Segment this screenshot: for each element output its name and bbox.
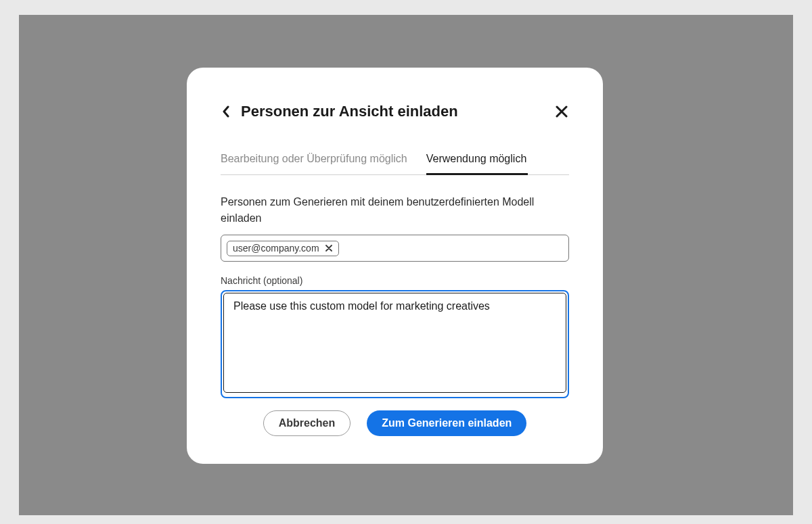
cancel-button[interactable]: Abbrechen: [263, 410, 351, 436]
email-input[interactable]: user@company.com: [221, 235, 569, 262]
tab-use[interactable]: Verwendung möglich: [426, 153, 527, 174]
chip-remove-button[interactable]: [325, 244, 333, 252]
tabs: Bearbeitung oder Überprüfung möglich Ver…: [221, 153, 569, 175]
button-row: Abbrechen Zum Generieren einladen: [221, 410, 569, 436]
message-textarea[interactable]: [223, 293, 566, 393]
dialog-title: Personen zur Ansicht einladen: [241, 103, 458, 120]
email-chip: user@company.com: [227, 241, 339, 256]
message-focus-ring: [221, 290, 569, 398]
message-label: Nachricht (optional): [221, 275, 569, 286]
invite-dialog: Personen zur Ansicht einladen Bearbeitun…: [187, 68, 603, 464]
dialog-header-left: Personen zur Ansicht einladen: [221, 103, 458, 120]
chevron-left-icon: [222, 105, 230, 118]
close-icon: [556, 105, 568, 118]
dialog-header: Personen zur Ansicht einladen: [221, 103, 569, 120]
invite-button[interactable]: Zum Generieren einladen: [367, 410, 526, 436]
close-icon: [325, 245, 332, 252]
invite-label: Personen zum Generieren mit deinem benut…: [221, 194, 569, 227]
back-button[interactable]: [221, 106, 231, 117]
close-button[interactable]: [554, 104, 569, 119]
tab-edit-review[interactable]: Bearbeitung oder Überprüfung möglich: [221, 153, 407, 174]
email-chip-text: user@company.com: [233, 243, 319, 254]
